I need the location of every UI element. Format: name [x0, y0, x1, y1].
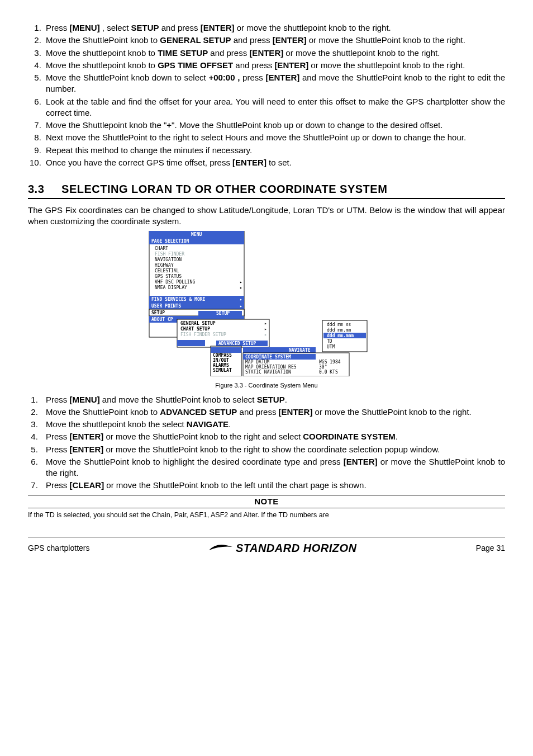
- step-item: Move the ShuttlePoint knob to GENERAL SE…: [44, 35, 505, 46]
- section-number: 3.3: [28, 182, 58, 197]
- note-body: If the TD is selected, you should set th…: [28, 511, 505, 520]
- svg-text:NAVIGATE: NAVIGATE: [289, 348, 311, 353]
- section-heading: 3.3 SELECTING LORAN TD OR OTHER COORDINA…: [28, 182, 505, 199]
- svg-text:30°: 30°: [319, 365, 327, 370]
- footer-brand: STANDARD HORIZON: [209, 541, 357, 556]
- svg-text:HIGHWAY: HIGHWAY: [155, 263, 174, 268]
- svg-text:USER POINTS: USER POINTS: [151, 304, 181, 309]
- page-footer: GPS chartplotters STANDARD HORIZON Page …: [28, 537, 505, 556]
- svg-text:COMPASS: COMPASS: [213, 353, 232, 358]
- svg-text:0.0 KTS: 0.0 KTS: [319, 370, 338, 375]
- svg-text:VHF DSC POLLING: VHF DSC POLLING: [155, 280, 195, 285]
- svg-text:GPS STATUS: GPS STATUS: [155, 274, 182, 279]
- section-intro: The GPS Fix coordinates can be changed t…: [28, 205, 505, 228]
- steps-top: Press [MENU] , select SETUP and press [E…: [28, 22, 505, 168]
- svg-text:FIND SERVICES & MORE: FIND SERVICES & MORE: [151, 297, 206, 302]
- svg-text:ADVANCED SETUP: ADVANCED SETUP: [218, 341, 256, 346]
- svg-text:SETUP: SETUP: [151, 310, 165, 315]
- svg-text:▸: ▸: [240, 285, 242, 290]
- svg-text:UTM: UTM: [327, 344, 335, 349]
- step-item: Move the shuttlepoint knob to GPS TIME O…: [44, 60, 505, 71]
- svg-text:ALARMS: ALARMS: [213, 363, 229, 368]
- step-item: Press [MENU] , select SETUP and press [E…: [44, 22, 505, 34]
- step-item: Repeat this method to change the minutes…: [44, 145, 505, 156]
- svg-text:SIMULAT: SIMULAT: [213, 368, 232, 373]
- step-item: Move the shuttlepoint knob to TIME SETUP…: [44, 48, 505, 59]
- svg-text:FISH FINDER: FISH FINDER: [155, 252, 184, 257]
- svg-text:▸: ▸: [264, 332, 267, 337]
- swoosh-icon: [209, 544, 232, 552]
- section-title: SELECTING LORAN TD OR OTHER COORDINATE S…: [61, 183, 387, 195]
- svg-text:ddd mm.mm: ddd mm.mm: [327, 328, 351, 333]
- step-item: Press [ENTER] or move the ShuttlePoint k…: [40, 444, 505, 455]
- svg-text:IN/OUT: IN/OUT: [213, 358, 229, 363]
- step-item: Press [CLEAR] or move the ShuttlePoint k…: [40, 480, 505, 491]
- svg-text:ddd mm ss: ddd mm ss: [327, 322, 351, 327]
- svg-text:WGS 1984: WGS 1984: [319, 360, 341, 365]
- step-item: Move the shuttlepoint knob the select NA…: [40, 419, 505, 430]
- step-item: Next move the ShuttlePoint to the right …: [44, 132, 505, 143]
- svg-text:COORDINATE SYSTEM: COORDINATE SYSTEM: [245, 355, 291, 360]
- svg-text:ABOUT CP: ABOUT CP: [151, 317, 173, 322]
- svg-text:TD: TD: [327, 339, 332, 344]
- step-item: Move the ShuttlePoint knob down to selec…: [44, 72, 505, 95]
- svg-text:STATIC NAVIGATION: STATIC NAVIGATION: [245, 370, 291, 375]
- svg-text:ddd mm.mmm: ddd mm.mmm: [319, 355, 346, 360]
- svg-rect-35: [177, 340, 205, 346]
- figure-caption: Figure 3.3 - Coordinate System Menu: [28, 381, 505, 390]
- svg-text:▸: ▸: [240, 304, 242, 309]
- svg-text:NMEA DISPLAY: NMEA DISPLAY: [155, 285, 187, 290]
- step-item: Move the Shuttlepoint knob the "+". Move…: [44, 120, 505, 131]
- step-item: Press [MENU] and move the ShuttlePoint k…: [40, 394, 505, 405]
- svg-text:▸: ▸: [240, 280, 242, 285]
- svg-text:SETUP: SETUP: [216, 311, 230, 316]
- note-heading: NOTE: [28, 495, 505, 508]
- svg-text:FISH FINDER SETUP: FISH FINDER SETUP: [180, 332, 226, 337]
- step-item: Look at the table and find the offset fo…: [44, 96, 505, 119]
- svg-text:CHART SETUP: CHART SETUP: [180, 327, 210, 332]
- footer-right: Page 31: [476, 543, 505, 554]
- svg-text:ddd mm.mmm: ddd mm.mmm: [327, 333, 354, 338]
- svg-text:▸: ▸: [264, 327, 267, 332]
- svg-text:▸: ▸: [240, 297, 242, 302]
- svg-text:CHART: CHART: [155, 246, 168, 251]
- steps-bottom: Press [MENU] and move the ShuttlePoint k…: [28, 394, 505, 492]
- svg-text:NAVIGATION: NAVIGATION: [155, 257, 182, 262]
- figure: .t { font-family: monospace; font-size: …: [28, 231, 505, 390]
- step-item: Move the ShuttlePoint knob to ADVANCED S…: [40, 407, 505, 418]
- svg-text:▸: ▸: [264, 321, 267, 326]
- step-item: Press [ENTER] or move the ShuttlePoint k…: [40, 431, 505, 442]
- footer-left: GPS chartplotters: [28, 543, 90, 554]
- svg-rect-44: [211, 347, 241, 353]
- coordinate-system-menu-svg: .t { font-family: monospace; font-size: …: [138, 231, 395, 376]
- step-item: Move the ShuttlePoint knob to highlight …: [40, 456, 505, 479]
- svg-text:MAP ORIENTATION RES: MAP ORIENTATION RES: [245, 365, 297, 370]
- svg-text:MAP DATUM: MAP DATUM: [245, 360, 270, 365]
- step-item: Once you have the correct GPS time offse…: [44, 157, 505, 168]
- svg-text:MENU: MENU: [191, 232, 202, 237]
- svg-text:PAGE SELECTION: PAGE SELECTION: [151, 239, 189, 244]
- svg-text:CELESTIAL: CELESTIAL: [155, 268, 179, 273]
- svg-text:GENERAL SETUP: GENERAL SETUP: [180, 321, 216, 326]
